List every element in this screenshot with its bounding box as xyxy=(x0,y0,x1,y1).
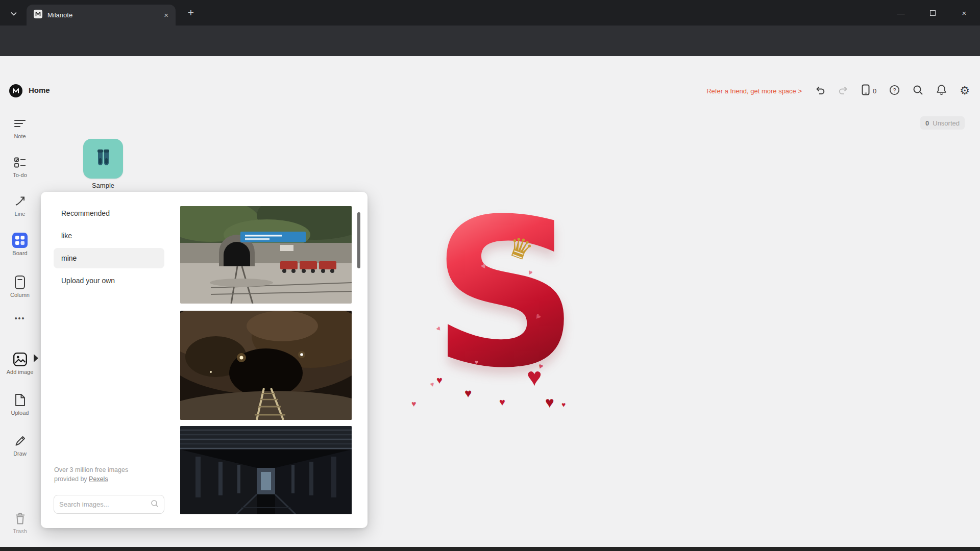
column-icon xyxy=(4,274,36,290)
unsorted-badge[interactable]: 0 Unsorted xyxy=(920,116,965,130)
tool-upload[interactable]: Upload xyxy=(4,392,36,416)
upload-document-icon xyxy=(4,392,36,408)
header-actions: Refer a friend, get more space > 0 ? xyxy=(706,80,970,102)
image-search-input[interactable] xyxy=(59,500,151,508)
search-icon[interactable] xyxy=(913,85,923,97)
tool-draw[interactable]: Draw xyxy=(4,433,36,457)
window-controls: — × xyxy=(885,0,980,26)
tool-column[interactable]: Column xyxy=(4,274,36,298)
test-tubes-icon xyxy=(93,147,113,170)
footer-by: provided by xyxy=(54,475,89,483)
heart-icon: ♥ xyxy=(499,397,505,407)
tool-more[interactable]: ••• xyxy=(4,310,36,327)
unsorted-label: Unsorted xyxy=(933,119,960,127)
close-window-button[interactable]: × xyxy=(948,0,980,26)
mobile-count: 0 xyxy=(873,87,876,95)
note-icon xyxy=(4,115,36,132)
screen-bottom-edge xyxy=(0,547,980,551)
app-header: Home Refer a friend, get more space > 0 … xyxy=(0,80,980,102)
new-tab-button[interactable]: + xyxy=(184,6,198,20)
milanote-app: Home Refer a friend, get more space > 0 … xyxy=(0,56,980,547)
notifications-bell-icon[interactable] xyxy=(936,84,947,97)
picker-scrollbar[interactable] xyxy=(357,212,360,268)
picker-menu-like[interactable]: like xyxy=(54,226,164,246)
unsorted-count: 0 xyxy=(925,119,929,127)
browser-tab-milanote[interactable]: Milanote × xyxy=(27,5,176,26)
board-card-sample[interactable] xyxy=(83,139,123,179)
tool-line[interactable]: Line xyxy=(4,193,36,217)
search-magnifier-icon xyxy=(151,499,159,510)
undo-icon[interactable] xyxy=(815,85,825,97)
image-search-box[interactable] xyxy=(54,495,164,514)
add-image-icon xyxy=(4,351,36,367)
picker-menu-recommended[interactable]: Recommended xyxy=(54,203,164,223)
heart-icon: ♥ xyxy=(464,387,472,399)
board-card-title[interactable]: Sample xyxy=(72,182,134,189)
help-icon[interactable]: ? xyxy=(889,85,900,97)
tab-title: Milanote xyxy=(47,11,159,19)
tab-close-icon[interactable]: × xyxy=(164,11,168,19)
tool-todo[interactable]: To-do xyxy=(4,154,36,178)
board-icon xyxy=(4,232,36,248)
picker-menu-mine[interactable]: mine xyxy=(54,248,164,268)
page-title: Home xyxy=(29,86,50,94)
tool-add-image[interactable]: Add image xyxy=(4,351,36,375)
picker-menu-upload-your-own[interactable]: Upload your own xyxy=(54,270,164,291)
popup-anchor-arrow xyxy=(34,354,38,362)
chevron-down-icon xyxy=(11,9,17,18)
phone-icon xyxy=(862,84,870,97)
image-result-dark-tunnel[interactable] xyxy=(180,426,352,514)
refer-friend-link[interactable]: Refer a friend, get more space > xyxy=(706,87,802,95)
image-result-mine-entrance[interactable] xyxy=(180,206,352,304)
mobile-export-button[interactable]: 0 xyxy=(862,84,876,97)
maximize-icon xyxy=(930,10,936,16)
maximize-button[interactable] xyxy=(917,0,948,26)
canvas-image-letter-s[interactable]: S xyxy=(432,192,579,396)
heart-icon: ♥ xyxy=(545,395,554,410)
tab-search-button[interactable] xyxy=(7,7,20,20)
tool-trash[interactable]: Trash xyxy=(4,510,36,534)
heart-icon: ♥ xyxy=(411,400,416,408)
picker-footer: Over 3 million free images provided by P… xyxy=(54,465,166,484)
more-dots-icon: ••• xyxy=(15,314,26,322)
svg-text:?: ? xyxy=(893,87,896,93)
image-result-cave-interior[interactable] xyxy=(180,311,352,420)
settings-gear-icon[interactable]: ⚙ xyxy=(960,85,970,96)
heart-icon: ♥ xyxy=(436,375,443,385)
screen: Milanote × + — × xyxy=(0,0,980,551)
footer-line1: Over 3 million free images xyxy=(54,466,128,473)
heart-icon: ♥ xyxy=(561,401,566,408)
browser-tabstrip: Milanote × + — × xyxy=(0,0,980,26)
image-picker-popup: Recommended like mine Upload your own Ov… xyxy=(41,192,368,528)
pencil-icon xyxy=(4,433,36,449)
redo-icon[interactable] xyxy=(838,85,849,97)
minimize-button[interactable]: — xyxy=(885,0,917,26)
todo-checklist-icon xyxy=(4,154,36,170)
heart-icon: ♥ xyxy=(527,364,542,390)
tool-board[interactable]: Board xyxy=(4,232,36,256)
arrow-line-icon xyxy=(4,193,36,209)
browser-toolbar: app.milanote.com/1W6tNL1o8n0SaN/home ☆ I… xyxy=(0,26,980,56)
milanote-favicon-icon xyxy=(34,10,42,20)
tool-note[interactable]: Note xyxy=(4,115,36,139)
pexels-link[interactable]: Pexels xyxy=(89,475,108,483)
milanote-logo-icon[interactable] xyxy=(9,84,22,99)
trash-icon xyxy=(4,510,36,527)
